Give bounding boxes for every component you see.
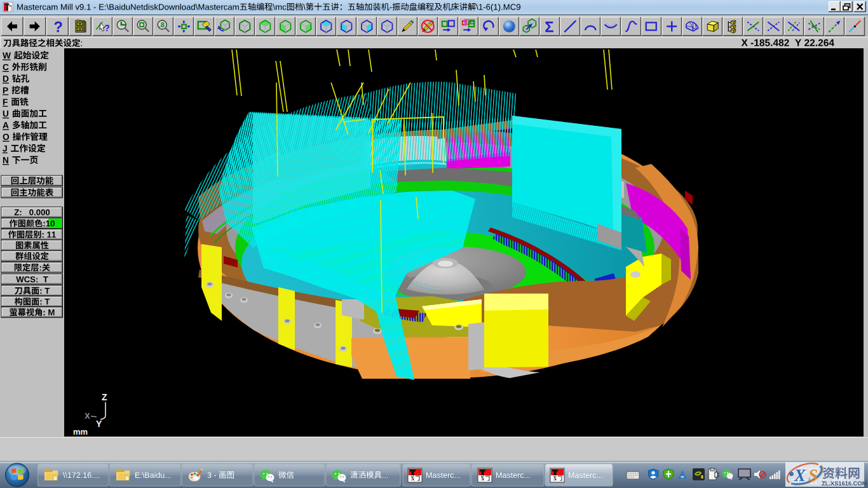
svg-text:Y: Y (96, 419, 102, 429)
svg-text:X: X (85, 411, 90, 421)
svg-text:?: ? (104, 23, 110, 33)
svg-text:.8: .8 (159, 21, 165, 29)
svg-text:Z: Z (102, 392, 107, 402)
svg-text:mm: mm (73, 427, 88, 437)
